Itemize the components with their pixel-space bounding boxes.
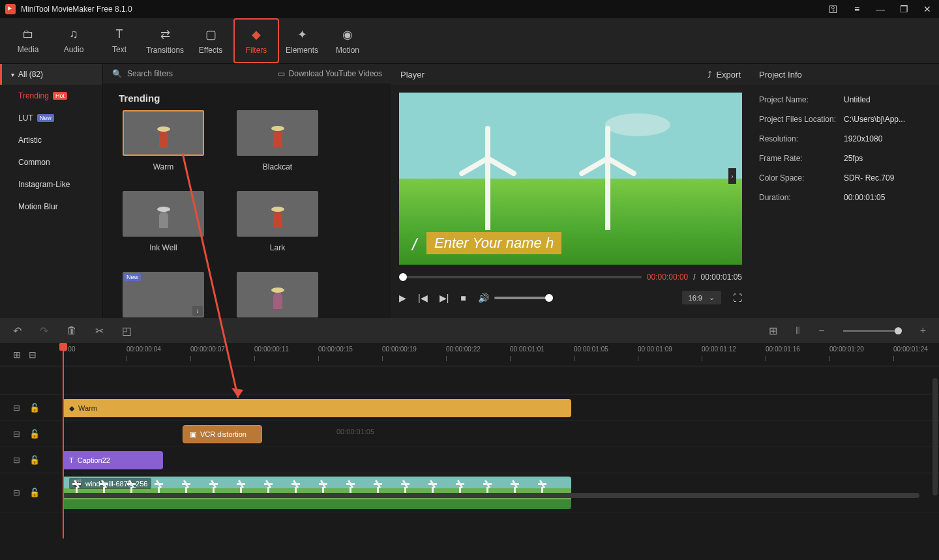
zoom-in-button[interactable]: +	[920, 325, 926, 336]
export-button[interactable]: ⤴Export	[708, 70, 741, 80]
filter-track: ⊟🔓 ◆Warm	[0, 395, 939, 421]
tab-label: Text	[112, 45, 127, 54]
download-youtube-link[interactable]: ▭Download YouTube Videos	[278, 69, 382, 78]
info-val: 00:00:01:05	[844, 193, 885, 202]
info-key: Color Space:	[759, 173, 844, 183]
filters-sidebar: ▾All (82) TrendingHot LUTNew Artistic Co…	[0, 64, 103, 318]
key-icon[interactable]: ⚿	[827, 4, 840, 14]
filter-thumb-inkwell[interactable]: Ink Well	[123, 191, 204, 252]
lock-icon[interactable]: 🔓	[29, 429, 40, 439]
lock-icon[interactable]: 🔓	[29, 455, 40, 465]
ruler[interactable]: 0:0000:00:00:0400:00:00:0700:00:00:1100:…	[63, 343, 939, 366]
section-title: Trending	[103, 83, 391, 110]
tab-motion[interactable]: ◉Motion	[325, 18, 370, 63]
close-button[interactable]: ✕	[921, 4, 934, 14]
visibility-icon[interactable]: ⊟	[13, 488, 20, 497]
player-label: Player	[400, 70, 708, 80]
tab-elements[interactable]: ✦Elements	[279, 18, 325, 63]
minimize-button[interactable]: —	[874, 4, 887, 14]
split-button[interactable]: ✂	[95, 325, 104, 337]
seek-slider[interactable]	[399, 276, 642, 278]
export-label: Export	[716, 70, 741, 80]
filter-thumb-warm[interactable]: Warm	[123, 110, 204, 171]
aspect-select[interactable]: 16:9⌄	[682, 291, 721, 304]
volume-icon[interactable]: 🔊	[478, 293, 489, 303]
transitions-icon: ⇄	[160, 27, 170, 42]
text-icon: T	[116, 27, 123, 41]
lock-icon[interactable]: 🔓	[29, 403, 40, 413]
sidebar-item-trending[interactable]: TrendingHot	[0, 85, 102, 107]
sidebar-item-instagram[interactable]: Instagram-Like	[0, 173, 102, 196]
visibility-icon[interactable]: ⊟	[13, 429, 20, 439]
filter-thumb-blackcat[interactable]: Blackcat	[237, 110, 318, 171]
search-input[interactable]: 🔍Search filters	[112, 69, 273, 78]
fit-button[interactable]: ⊞	[769, 325, 777, 337]
play-button[interactable]: ▶	[399, 293, 406, 303]
download-icon[interactable]: ↓	[192, 306, 203, 316]
tab-transitions[interactable]: ⇄Transitions	[142, 18, 188, 63]
zoom-out-button[interactable]: −	[818, 325, 824, 336]
visibility-icon[interactable]: ⊟	[13, 455, 20, 465]
sidebar-item-common[interactable]: Common	[0, 151, 102, 173]
maximize-button[interactable]: ❐	[897, 4, 910, 14]
sidebar-item-label: Trending	[18, 91, 49, 100]
sidebar-item-motionblur[interactable]: Motion Blur	[0, 196, 102, 218]
filters-content: 🔍Search filters ▭Download YouTube Videos…	[103, 64, 391, 318]
collapse-tracks-button[interactable]: ⊟	[29, 349, 37, 360]
tab-effects[interactable]: ▢Effects	[188, 18, 233, 63]
titlebar: MiniTool MovieMaker Free 8.1.0 ⚿ ≡ — ❐ ✕	[0, 0, 939, 18]
fullscreen-button[interactable]: ⛶	[733, 293, 742, 303]
zoom-slider[interactable]	[843, 330, 902, 332]
info-key: Frame Rate:	[759, 154, 844, 163]
panel-collapse-button[interactable]: ›	[728, 168, 736, 184]
music-icon: ♫	[69, 27, 78, 41]
menu-icon[interactable]: ≡	[850, 4, 863, 14]
caption-overlay: Enter Your name h	[426, 232, 561, 254]
stop-button[interactable]: ■	[460, 293, 466, 303]
volume-slider[interactable]	[494, 297, 553, 299]
project-info-panel: Project Info Project Name:Untitled Proje…	[750, 64, 939, 318]
elements-icon: ✦	[297, 27, 307, 42]
prev-frame-button[interactable]: |◀	[418, 293, 428, 303]
next-frame-button[interactable]: ▶|	[440, 293, 449, 303]
tab-media[interactable]: 🗀Media	[5, 18, 51, 63]
tab-text[interactable]: TText	[97, 18, 142, 63]
aspect-label: 16:9	[689, 294, 702, 302]
info-key: Project Name:	[759, 95, 844, 104]
sidebar-all[interactable]: ▾All (82)	[0, 64, 102, 85]
delete-button[interactable]: 🗑	[67, 325, 77, 336]
filters-icon: ◆	[252, 27, 261, 42]
info-header: Project Info	[750, 64, 939, 85]
video-preview[interactable]: Enter Your name h	[399, 93, 742, 265]
clip-effect-vcr[interactable]: ▣VCR distortion	[183, 425, 262, 443]
sidebar-item-lut[interactable]: LUTNew	[0, 107, 102, 129]
timeline-scrollbar-h[interactable]	[63, 493, 919, 498]
crop-button[interactable]: ◰	[122, 325, 132, 337]
markers-button[interactable]: ⦀	[796, 325, 800, 336]
clip-filter-warm[interactable]: ◆Warm	[63, 399, 571, 417]
timeline-scrollbar-v[interactable]	[932, 378, 938, 495]
filter-thumb-lark[interactable]: Lark	[237, 191, 318, 252]
tab-audio[interactable]: ♫Audio	[51, 18, 97, 63]
tab-label: Audio	[64, 45, 84, 54]
clip-caption[interactable]: TCaption22	[63, 451, 163, 469]
lock-icon[interactable]: 🔓	[29, 488, 40, 497]
visibility-icon[interactable]: ⊟	[13, 403, 20, 413]
tab-label: Filters	[246, 46, 267, 55]
tab-filters[interactable]: ◆Filters	[233, 18, 279, 63]
new-badge: New	[37, 114, 54, 122]
add-track-button[interactable]: ⊞	[13, 349, 21, 360]
new-badge: New	[124, 273, 141, 281]
time-sep: /	[693, 273, 695, 282]
info-val: SDR- Rec.709	[844, 173, 894, 183]
redo-button[interactable]: ↷	[40, 325, 48, 337]
search-placeholder: Search filters	[127, 69, 173, 78]
undo-button[interactable]: ↶	[13, 325, 22, 337]
sidebar-item-artistic[interactable]: Artistic	[0, 129, 102, 151]
sidebar-all-label: All (82)	[18, 70, 43, 79]
filter-thumb-beautify[interactable]: Beautify	[237, 272, 318, 318]
filter-thumb-cool1[interactable]: New↓Cool 1	[123, 272, 204, 318]
timeline: ⊞⊟ 0:0000:00:00:0400:00:00:0700:00:00:11…	[0, 343, 939, 512]
hot-badge: Hot	[53, 92, 67, 100]
playhead[interactable]	[63, 343, 64, 538]
